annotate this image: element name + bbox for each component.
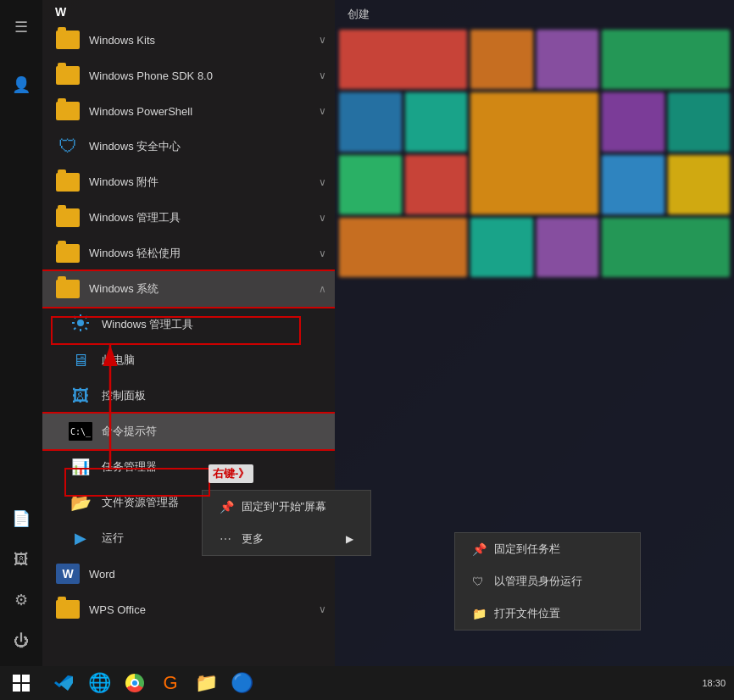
tile-cell[interactable]: [537, 30, 599, 89]
letter-header-w: W: [42, 0, 335, 22]
app-list-item[interactable]: Windows 管理工具: [42, 307, 335, 342]
tile-cell[interactable]: [668, 155, 731, 214]
hamburger-icon[interactable]: ☰: [4, 10, 38, 44]
tile-cell[interactable]: [405, 92, 468, 152]
app-list-item[interactable]: Windows Kits∨: [42, 22, 335, 58]
svg-point-0: [77, 319, 84, 326]
app-item-icon: [55, 169, 81, 195]
taskbar: 🌐 G 📁 🔵 18:30: [0, 666, 734, 700]
app-item-icon: ▶: [68, 525, 93, 551]
app-item-label: Windows Phone SDK 8.0: [89, 69, 319, 82]
svg-rect-5: [13, 684, 20, 692]
app-item-label: Windows Kits: [89, 34, 319, 47]
tile-cell[interactable]: [602, 218, 730, 277]
pin-taskbar-icon: 📌: [472, 542, 486, 556]
app-item-icon: [55, 205, 81, 231]
app-item-label: Windows 系统: [89, 281, 319, 297]
app-list-item[interactable]: WPS Office∨: [42, 592, 335, 627]
g-taskbar-icon[interactable]: G: [153, 666, 187, 700]
app-list-item[interactable]: 🛡Windows 安全中心: [42, 129, 335, 164]
app-list-item[interactable]: WWord: [42, 556, 335, 592]
user-icon[interactable]: 👤: [4, 68, 38, 102]
chevron-down-icon: ∨: [319, 105, 326, 117]
app-taskbar-icon[interactable]: 🔵: [225, 666, 259, 700]
run-as-admin-item[interactable]: 🛡 以管理员身份运行: [455, 565, 640, 597]
explorer-taskbar-icon[interactable]: 📁: [189, 666, 223, 700]
app-list-item[interactable]: 🖥此电脑: [42, 342, 335, 378]
start-button[interactable]: [0, 666, 42, 700]
app-item-label: Windows 管理工具: [89, 210, 319, 225]
app-list-item[interactable]: Windows 附件∨: [42, 164, 335, 200]
app-item-label: Word: [89, 568, 326, 581]
folder-open-icon: 📁: [472, 607, 486, 620]
app-list-item[interactable]: Windows 系统∧: [42, 271, 335, 307]
tile-cell[interactable]: [470, 30, 533, 89]
tile-cell[interactable]: [602, 155, 664, 214]
chevron-down-icon: ∨: [319, 247, 326, 259]
app-item-icon: 🛡: [55, 134, 81, 159]
app-item-icon: 📂: [68, 490, 93, 515]
app-item-icon: [55, 63, 81, 88]
app-item-label: 此电脑: [102, 353, 326, 368]
app-item-label: 控制面板: [102, 388, 326, 403]
app-item-icon: W: [55, 561, 81, 586]
tile-cell[interactable]: [668, 92, 731, 152]
tile-cell[interactable]: [405, 155, 468, 214]
app-list-item[interactable]: Windows 管理工具∨: [42, 200, 335, 236]
more-item[interactable]: ⋯ 更多 ▶: [203, 523, 370, 555]
shield-icon: 🛡: [472, 575, 486, 588]
more-icon: ⋯: [220, 532, 233, 546]
svg-rect-3: [13, 675, 20, 682]
tiles-header: 创建: [335, 0, 734, 29]
app-item-icon: 🖥: [68, 347, 93, 373]
chevron-down-icon: ∨: [319, 34, 326, 46]
app-item-icon: [68, 312, 93, 337]
app-item-icon: C:\_: [68, 419, 93, 444]
taskbar-right: 18:30: [702, 678, 734, 688]
app-list-item[interactable]: Windows 轻松使用∨: [42, 236, 335, 271]
app-item-label: WPS Office: [89, 603, 319, 616]
svg-rect-4: [22, 675, 30, 682]
tile-cell[interactable]: [602, 30, 730, 89]
pin-taskbar-item[interactable]: 📌 固定到任务栏: [455, 533, 640, 565]
app-item-icon: [55, 241, 81, 266]
app-item-label: Windows PowerShell: [89, 105, 319, 118]
app-list-item[interactable]: Windows Phone SDK 8.0∨: [42, 58, 335, 93]
document-icon[interactable]: 📄: [4, 502, 38, 536]
chrome-taskbar-icon[interactable]: [118, 666, 152, 700]
chevron-down-icon: ∨: [319, 603, 326, 615]
settings-icon[interactable]: ⚙: [4, 583, 38, 617]
chevron-down-icon: ∨: [319, 69, 326, 81]
app-item-icon: [55, 597, 81, 622]
tile-cell[interactable]: [537, 218, 599, 277]
vscode-taskbar-icon[interactable]: [47, 666, 81, 700]
pin-start-icon: 📌: [220, 500, 233, 514]
right-click-annotation: 右键-》: [209, 464, 253, 483]
open-file-location-item[interactable]: 📁 打开文件位置: [455, 597, 640, 630]
tile-cell[interactable]: [470, 92, 598, 214]
app-item-label: Windows 安全中心: [89, 139, 326, 154]
start-menu: ☰ 👤 📄 🖼 ⚙ ⏻ WWindows Kits∨Windows Phone …: [0, 0, 335, 669]
app-item-icon: [55, 98, 81, 124]
app-item-label: Windows 管理工具: [102, 317, 326, 332]
chevron-down-icon: ∨: [319, 212, 326, 224]
app-list-item[interactable]: C:\_命令提示符: [42, 414, 335, 449]
tile-cell[interactable]: [602, 92, 664, 152]
submenu-arrow-icon: ▶: [346, 533, 353, 545]
tile-cell[interactable]: [339, 30, 467, 89]
tile-cell[interactable]: [339, 155, 402, 214]
app-list-item[interactable]: Windows PowerShell∨: [42, 93, 335, 129]
tile-cell[interactable]: [339, 92, 402, 152]
app-item-icon: [55, 27, 81, 53]
ie-taskbar-icon[interactable]: 🌐: [82, 666, 116, 700]
app-list-item[interactable]: 🖼控制面板: [42, 378, 335, 414]
taskbar-icons: 🌐 G 📁 🔵: [42, 666, 259, 700]
power-icon[interactable]: ⏻: [4, 624, 38, 658]
tile-cell[interactable]: [470, 218, 533, 277]
chevron-down-icon: ∨: [319, 176, 326, 188]
pin-start-item[interactable]: 📌 固定到"开始"屏幕: [203, 491, 370, 523]
photos-icon[interactable]: 🖼: [4, 542, 38, 576]
app-item-label: Windows 附件: [89, 175, 319, 190]
tile-cell[interactable]: [339, 218, 467, 277]
app-list-item[interactable]: 📊任务管理器: [42, 449, 335, 485]
